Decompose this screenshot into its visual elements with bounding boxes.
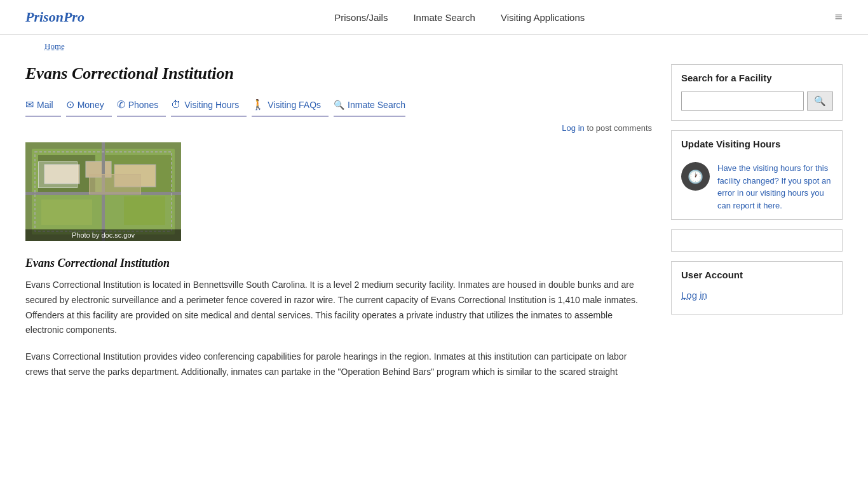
- search-row: 🔍: [681, 92, 832, 111]
- svg-rect-8: [102, 142, 105, 241]
- user-account-inner: User Account Log in: [672, 262, 842, 314]
- svg-rect-4: [44, 165, 79, 184]
- tab-visiting-faqs[interactable]: 🚶 Visiting FAQs: [252, 95, 329, 117]
- sidebar: Search for a Facility 🔍 Update Visiting …: [671, 58, 843, 391]
- search-facility-box: Search for a Facility 🔍: [671, 64, 843, 121]
- tab-visiting-hours-label: Visiting Hours: [184, 100, 239, 110]
- login-link[interactable]: Log in: [562, 123, 584, 133]
- page-title: Evans Correctional Institution: [25, 64, 652, 83]
- user-account-box: User Account Log in: [671, 261, 843, 315]
- facility-caption: Photo by doc.sc.gov: [25, 229, 181, 241]
- login-line: Log in to post comments: [25, 123, 652, 133]
- svg-rect-5: [86, 161, 111, 177]
- description-paragraph-1: Evans Correctional Institution is locate…: [25, 278, 652, 338]
- svg-rect-11: [124, 196, 165, 225]
- faqs-icon: 🚶: [252, 98, 264, 111]
- svg-rect-6: [114, 165, 156, 187]
- update-clock-icon: 🕐: [681, 162, 710, 191]
- login-line-text: to post comments: [587, 123, 652, 133]
- tab-mail[interactable]: ✉ Mail: [25, 95, 61, 117]
- tab-inmate-search[interactable]: 🔍 Inmate Search: [334, 95, 405, 117]
- search-facility-button[interactable]: 🔍: [807, 92, 833, 111]
- search-facility-inner: 🔍: [672, 88, 842, 120]
- user-account-title: User Account: [681, 269, 832, 280]
- search-facility-title: Search for a Facility: [672, 65, 842, 88]
- update-box: 🕐 Have the visiting hours for this facil…: [672, 154, 842, 219]
- tab-money-label: Money: [78, 100, 104, 110]
- nav-visiting-applications[interactable]: Visiting Applications: [501, 12, 585, 23]
- main-nav: Prisons/Jails Inmate Search Visiting App…: [334, 12, 585, 23]
- hamburger-menu-icon[interactable]: ≡: [835, 9, 843, 25]
- main-content: Evans Correctional Institution ✉ Mail ⊙ …: [25, 58, 652, 391]
- header: PrisonPro Prisons/Jails Inmate Search Vi…: [0, 0, 868, 35]
- tab-nav: ✉ Mail ⊙ Money ✆ Phones ⏱ Visiting Hours…: [25, 95, 652, 117]
- section-subtitle: Evans Correctional Institution: [25, 257, 652, 270]
- tab-inmate-search-label: Inmate Search: [348, 100, 405, 110]
- facility-aerial-svg: [25, 142, 181, 241]
- tab-phones[interactable]: ✆ Phones: [117, 95, 166, 117]
- phone-icon: ✆: [117, 98, 125, 111]
- tab-phones-label: Phones: [128, 100, 158, 110]
- empty-sidebar-box: [671, 229, 843, 252]
- description-paragraph-2: Evans Correctional Institution provides …: [25, 349, 652, 380]
- update-visiting-hours-title: Update Visiting Hours: [672, 131, 842, 154]
- breadcrumb-home[interactable]: Home: [44, 41, 65, 51]
- search-tab-icon: 🔍: [334, 100, 344, 110]
- search-facility-input[interactable]: [681, 92, 804, 111]
- facility-image: [25, 142, 181, 241]
- page-container: Evans Correctional Institution ✉ Mail ⊙ …: [0, 58, 868, 391]
- svg-rect-10: [41, 200, 92, 225]
- facility-image-wrap: Photo by doc.sc.gov: [25, 142, 181, 241]
- svg-rect-3: [102, 155, 172, 193]
- breadcrumb: Home: [0, 35, 868, 58]
- user-account-login-link[interactable]: Log in: [681, 290, 707, 301]
- tab-mail-label: Mail: [37, 100, 53, 110]
- tab-visiting-faqs-label: Visiting FAQs: [268, 100, 321, 110]
- clock-tab-icon: ⏱: [171, 99, 181, 111]
- update-text: Have the visiting hours for this facilit…: [717, 162, 832, 212]
- nav-inmate-search[interactable]: Inmate Search: [413, 12, 475, 23]
- mail-icon: ✉: [25, 98, 34, 111]
- tab-money[interactable]: ⊙ Money: [66, 95, 112, 117]
- update-visiting-link[interactable]: Have the visiting hours for this facilit…: [717, 163, 831, 210]
- money-icon: ⊙: [66, 98, 74, 111]
- site-logo: PrisonPro: [25, 9, 85, 25]
- nav-prisons-jails[interactable]: Prisons/Jails: [334, 12, 388, 23]
- update-visiting-hours-box: Update Visiting Hours 🕐 Have the visitin…: [671, 130, 843, 220]
- search-facility-icon: 🔍: [814, 95, 826, 107]
- tab-visiting-hours[interactable]: ⏱ Visiting Hours: [171, 95, 247, 117]
